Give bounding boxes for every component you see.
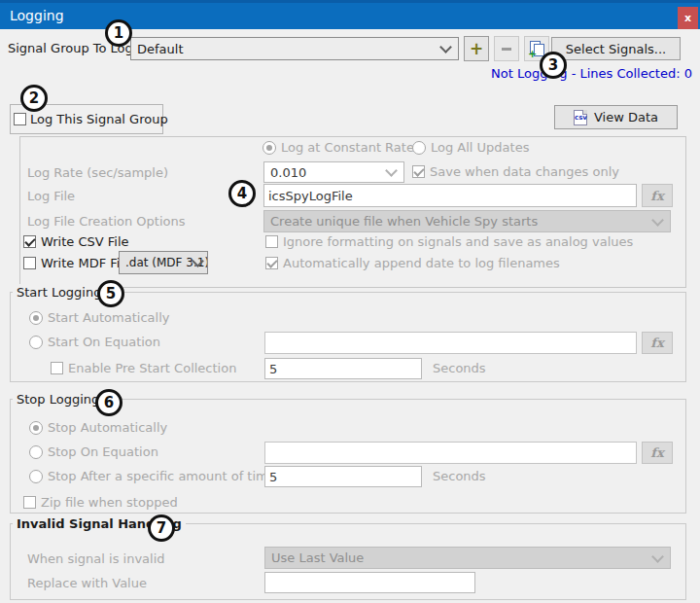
logging-status: Not Logging - Lines Collected: 0 [491,66,692,81]
annotation-7: 7 [148,514,175,542]
annotation-1: 1 [105,19,132,47]
chevron-down-icon [651,214,664,227]
log-this-group-checkbox[interactable] [14,113,26,125]
pre-start-collection-checkbox[interactable] [51,362,63,374]
fx-icon: fx [650,445,663,460]
stop-automatically-label: Stop Automatically [48,419,167,437]
stop-logging-title: Stop Logging [13,391,103,408]
log-file-fx-button[interactable]: fx [642,184,673,207]
log-rate-combobox[interactable]: 0.010 [263,161,404,183]
minus-icon [502,48,511,51]
stop-equation-fx-button[interactable]: fx [642,442,673,464]
annotation-6: 6 [95,389,122,416]
zip-file-label: Zip file when stopped [41,494,178,512]
stop-automatically-radio[interactable] [29,421,43,435]
log-constant-rate-label: Log at Constant Rate [281,139,414,157]
chevron-down-icon [651,550,664,563]
start-on-equation-radio[interactable] [29,336,43,349]
start-on-equation-label: Start On Equation [48,334,160,351]
when-invalid-label: When signal is invalid [27,550,165,568]
csv-file-icon: csv [574,110,587,125]
pre-start-seconds-input[interactable] [264,358,422,379]
log-constant-rate-radio[interactable] [262,141,276,155]
when-invalid-combobox[interactable]: Use Last Value [264,547,671,569]
ignore-formatting-label: Ignore formatting on signals and save as… [283,233,633,251]
annotation-2: 2 [20,85,48,112]
write-mdf-checkbox[interactable] [23,257,36,269]
save-when-changes-label: Save when data changes only [430,163,619,181]
annotation-4: 4 [228,180,256,207]
copy-icon: + [529,41,544,56]
annotation-3: 3 [540,52,567,79]
signal-group-combobox[interactable]: Default [130,37,459,60]
chevron-down-icon [439,41,452,53]
zip-file-checkbox[interactable] [23,496,36,509]
view-data-button[interactable]: csv View Data [554,105,678,129]
fx-icon: fx [650,189,663,203]
signal-group-value: Default [137,42,184,56]
start-automatically-radio[interactable] [29,311,43,325]
replace-value-input[interactable] [264,572,475,593]
append-date-checkbox[interactable] [265,257,278,269]
save-when-changes-checkbox[interactable] [412,165,425,178]
window-title: Logging [10,3,64,29]
stop-after-seconds-input[interactable] [264,466,422,487]
start-equation-fx-button[interactable]: fx [642,332,673,354]
pre-start-seconds-label: Seconds [433,360,486,377]
start-logging-title: Start Logging [13,284,105,301]
log-all-updates-label: Log All Updates [431,139,529,157]
title-bar: Logging x [0,0,700,29]
log-this-group-label: Log This Signal Group [30,111,168,128]
remove-group-button[interactable] [494,36,519,61]
write-csv-label: Write CSV File [41,233,129,251]
start-equation-input[interactable] [264,332,637,354]
stop-seconds-label: Seconds [433,468,486,485]
fx-icon: fx [650,336,663,350]
write-csv-checkbox[interactable] [23,235,36,248]
stop-after-time-radio[interactable] [29,470,43,483]
add-group-button[interactable]: + [464,36,489,61]
close-button[interactable]: x [678,7,698,29]
chevron-down-icon [385,164,398,177]
select-signals-button[interactable]: Select Signals... [551,37,681,60]
pre-start-collection-label: Enable Pre Start Collection [68,360,236,377]
annotation-5: 5 [97,280,124,307]
log-file-label: Log File [27,188,75,205]
creation-options-label: Log File Creation Options [27,213,186,231]
log-file-input[interactable] [263,184,637,207]
creation-options-combobox[interactable]: Create unique file when Vehicle Spy star… [263,210,671,232]
stop-after-time-label: Stop After a specific amount of time [48,468,276,485]
close-icon: x [684,12,691,24]
mdf-format-combobox[interactable]: .dat (MDF 3.1) [119,251,208,274]
ignore-formatting-checkbox[interactable] [265,235,278,248]
log-all-updates-radio[interactable] [412,141,426,155]
stop-on-equation-label: Stop On Equation [48,443,158,461]
start-automatically-label: Start Automatically [48,309,169,327]
logging-dialog: Logging x Signal Group To Log Default + … [0,0,700,603]
replace-value-label: Replace with Value [27,575,147,592]
stop-on-equation-radio[interactable] [29,445,43,459]
plus-icon: + [470,41,483,57]
log-rate-label: Log Rate (sec/sample) [27,164,168,182]
stop-equation-input[interactable] [264,442,637,464]
append-date-label: Automatically append date to log filenam… [283,255,560,272]
